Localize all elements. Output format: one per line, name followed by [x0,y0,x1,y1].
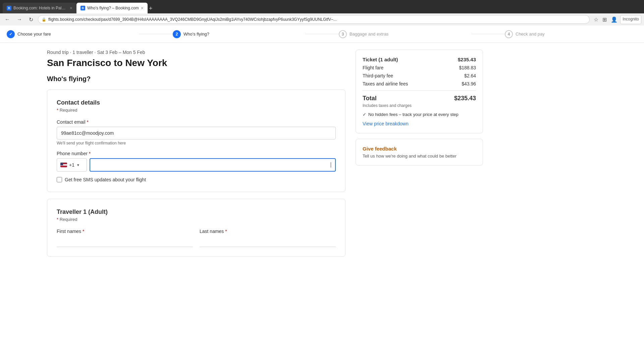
step-3: 3 Baggage and extras [339,30,471,38]
contact-required-note: Required [57,108,336,113]
forward-button[interactable]: → [15,15,24,24]
phone-input[interactable] [94,162,330,168]
browser-toolbar: ← → ↻ 🔒 flights.booking.com/checkout/pax… [0,13,644,25]
tab-1-title: Booking.com: Hotels in Palm Sp... [13,6,68,10]
total-label: Total [363,95,377,102]
last-names-label: Last names * [200,229,336,234]
browser-tab-2[interactable]: B Who's flying? – Booking.com × [76,3,148,13]
tab-1-favicon: B [7,6,11,10]
step-4-circle: 4 [505,30,513,38]
names-row: First names * Last names * [57,229,336,247]
refresh-button[interactable]: ↻ [27,15,35,24]
step-4-label: Check and pay [516,32,545,37]
step-2: 2 Who's flying? [173,30,305,38]
step-1-circle: ✓ [7,30,15,38]
step-divider-3 [471,34,505,34]
browser-tab-1[interactable]: B Booking.com: Hotels in Palm Sp... × [3,3,76,13]
price-summary-card: Ticket (1 adult) $235.43 Flight fare $18… [356,50,483,133]
ticket-label: Ticket (1 adult) [363,57,398,62]
traveller-title: Traveller 1 (Adult) [57,208,336,216]
contact-details-title: Contact details [57,99,336,106]
last-names-required-star: * [225,229,227,234]
profile-icon[interactable]: 👤 [609,15,619,24]
progress-bar: ✓ Choose your fare 2 Who's flying? 3 Bag… [0,25,644,43]
step-2-circle: 2 [173,30,181,38]
phone-cursor [331,162,331,168]
contact-details-card: Contact details Required Contact email *… [47,89,345,192]
traveller-required-note: Required [57,217,336,222]
includes-text: Includes taxes and charges [363,103,476,108]
email-input[interactable] [57,127,336,139]
taxes-label: Taxes and airline fees [363,81,408,86]
taxes-row: Taxes and airline fees $43.96 [363,81,476,86]
flight-fare-label: Flight fare [363,65,383,70]
step-4: 4 Check and pay [505,30,637,38]
first-names-required-star: * [83,229,84,234]
main-content: Round trip · 1 traveller · Sat 3 Feb – M… [0,43,644,263]
extensions-icon[interactable]: ⊞ [601,15,608,24]
step-3-circle: 3 [339,30,347,38]
total-value: $235.43 [454,95,476,102]
ticket-value: $235.43 [458,57,476,62]
last-names-input[interactable] [200,236,336,247]
email-required-star: * [87,119,88,125]
step-2-label: Who's flying? [183,32,209,37]
email-hint: We'll send your flight confirmation here [57,141,336,145]
incognito-label: Incognito [620,15,641,24]
total-row: Total $235.43 [363,95,476,102]
sms-checkbox[interactable] [57,177,62,182]
right-panel: Ticket (1 adult) $235.43 Flight fare $18… [356,50,483,257]
phone-row: +1 ▼ [57,158,336,172]
taxes-value: $43.96 [462,81,476,86]
phone-required-star: * [89,151,91,156]
phone-country-selector[interactable]: +1 ▼ [57,158,87,172]
toolbar-icons: ☆ ⊞ 👤 Incognito [592,15,641,24]
first-names-input[interactable] [57,236,193,247]
feedback-title: Give feedback [363,146,476,152]
tab-2-title: Who's flying? – Booking.com [87,6,139,10]
chevron-down-icon: ▼ [76,163,80,167]
check-icon: ✓ [363,112,366,117]
address-bar[interactable]: 🔒 flights.booking.com/checkout/pax/d7699… [38,15,590,24]
phone-code: +1 [69,162,74,168]
view-breakdown-link[interactable]: View price breakdown [363,121,409,126]
email-label: Contact email * [57,119,336,125]
email-group: Contact email * We'll send your flight c… [57,119,336,145]
browser-chrome: B Booking.com: Hotels in Palm Sp... × B … [0,0,644,13]
phone-label: Phone number * [57,151,336,156]
address-text: flights.booking.com/checkout/pax/d7699_3… [48,17,586,22]
flight-fare-value: $188.83 [459,65,476,70]
flag-canton [60,163,63,165]
us-flag-icon [60,163,67,167]
third-party-row: Third-party fee $2.64 [363,73,476,78]
new-tab-button[interactable]: + [148,4,154,13]
phone-input-wrapper[interactable] [90,158,336,172]
bookmark-icon[interactable]: ☆ [592,15,600,24]
ticket-row: Ticket (1 adult) $235.43 [363,57,476,62]
step-1-label: Choose your fare [17,32,51,37]
step-divider-2 [305,34,339,34]
section-title: Who's flying? [47,75,345,83]
flight-fare-row: Flight fare $188.83 [363,65,476,70]
secure-icon: 🔒 [42,17,46,22]
back-button[interactable]: ← [3,15,12,24]
third-party-value: $2.64 [464,73,476,78]
tab-2-favicon: B [80,6,85,10]
step-1: ✓ Choose your fare [7,30,139,38]
first-names-col: First names * [57,229,193,247]
tab-2-close[interactable]: × [141,5,144,11]
first-names-label: First names * [57,229,193,234]
phone-group: Phone number * +1 ▼ [57,151,336,172]
last-names-col: Last names * [200,229,336,247]
left-panel: Round trip · 1 traveller · Sat 3 Feb – M… [47,50,345,257]
feedback-text: Tell us how we're doing and what could b… [363,154,476,159]
traveller-card: Traveller 1 (Adult) Required First names… [47,199,345,257]
tab-1-close[interactable]: × [70,5,72,11]
page-title: San Francisco to New York [47,58,345,68]
no-hidden-fees: ✓ No hidden fees – track your price at e… [363,112,476,117]
price-divider [363,90,476,91]
step-3-label: Baggage and extras [350,32,388,37]
feedback-card: Give feedback Tell us how we're doing an… [356,139,483,166]
sms-checkbox-label[interactable]: Get free SMS updates about your flight [65,177,146,182]
breadcrumb: Round trip · 1 traveller · Sat 3 Feb – M… [47,50,345,55]
